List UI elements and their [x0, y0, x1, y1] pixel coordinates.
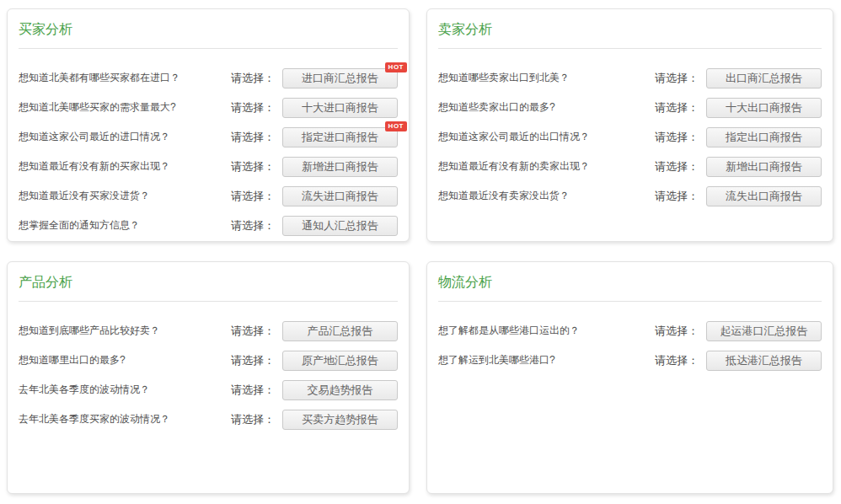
- report-button[interactable]: 起运港口汇总报告: [706, 321, 822, 341]
- report-button[interactable]: 原产地汇总报告: [282, 351, 398, 371]
- report-button[interactable]: 指定出口商报告: [706, 127, 822, 147]
- question-text: 想掌握全面的通知方信息？: [19, 218, 140, 233]
- report-button[interactable]: 指定进口商报告: [282, 127, 398, 147]
- question-text: 想知道到底哪些产品比较好卖？: [19, 324, 160, 338]
- report-button[interactable]: 进口商汇总报告: [282, 68, 398, 88]
- panel-product-analysis: 产品分析 想知道到底哪些产品比较好卖？ 请选择： 产品汇总报告 想知道哪里出口的…: [7, 261, 410, 494]
- report-button[interactable]: 抵达港汇总报告: [706, 351, 822, 371]
- question-text: 想知道最近有没有新的卖家出现？: [438, 159, 590, 174]
- question-text: 想知道些卖家出口的最多?: [438, 100, 555, 115]
- report-button[interactable]: 买卖方趋势报告: [282, 410, 398, 430]
- report-row: 想知道哪里出口的最多? 请选择： 原产地汇总报告: [19, 346, 398, 375]
- select-prompt-label: 请选择：: [655, 159, 699, 174]
- select-prompt-label: 请选择：: [655, 100, 699, 115]
- report-row: 想知道最近没有卖家没出货？ 请选择： 流失出口商报告: [438, 181, 822, 211]
- report-button[interactable]: 十大出口商报告: [706, 98, 822, 118]
- hot-badge: HOT: [385, 62, 407, 72]
- select-prompt-label: 请选择：: [231, 159, 275, 174]
- report-button-wrap: 原产地汇总报告: [282, 351, 398, 371]
- rows-container: 想知道北美都有哪些买家都在进口？ 请选择： 进口商汇总报告 HOT 想知道北美哪…: [19, 63, 398, 240]
- report-row: 去年北美各季度买家的波动情况？ 请选择： 买卖方趋势报告: [19, 405, 398, 434]
- report-row: 想知道北美都有哪些买家都在进口？ 请选择： 进口商汇总报告 HOT: [19, 63, 398, 93]
- panel-buyer-analysis: 买家分析 想知道北美都有哪些买家都在进口？ 请选择： 进口商汇总报告 HOT 想…: [7, 8, 410, 242]
- panel-title: 卖家分析: [438, 9, 822, 37]
- report-row: 想知道哪些卖家出口到北美？ 请选择： 出口商汇总报告: [438, 63, 822, 93]
- report-button-wrap: 买卖方趋势报告: [282, 410, 398, 430]
- panel-title: 产品分析: [19, 262, 398, 290]
- report-button-wrap: 抵达港汇总报告: [706, 351, 822, 371]
- report-button-wrap: 产品汇总报告: [282, 321, 398, 341]
- report-button-wrap: 出口商汇总报告: [706, 68, 822, 88]
- report-row: 去年北美各季度的波动情况？ 请选择： 交易趋势报告: [19, 375, 398, 405]
- report-button[interactable]: 出口商汇总报告: [706, 68, 822, 88]
- report-button[interactable]: 新增出口商报告: [706, 157, 822, 177]
- report-row: 想知道这家公司最近的进口情况？ 请选择： 指定进口商报告 HOT: [19, 122, 398, 152]
- report-row: 想知道最近有没有新的卖家出现？ 请选择： 新增出口商报告: [438, 152, 822, 181]
- question-text: 想知道最近没有卖家没出货？: [438, 189, 570, 203]
- report-button-wrap: 十大进口商报告: [282, 98, 398, 118]
- report-row: 想知道北美哪些买家的需求量最大? 请选择： 十大进口商报告: [19, 93, 398, 122]
- question-text: 去年北美各季度买家的波动情况？: [19, 412, 170, 426]
- report-button-wrap: 指定进口商报告 HOT: [282, 127, 398, 147]
- report-row: 想知道这家公司最近的出口情况？ 请选择： 指定出口商报告: [438, 122, 822, 152]
- report-row: 想掌握全面的通知方信息？ 请选择： 通知人汇总报告: [19, 211, 398, 240]
- report-button[interactable]: 十大进口商报告: [282, 98, 398, 118]
- select-prompt-label: 请选择：: [655, 353, 699, 368]
- report-button[interactable]: 流失出口商报告: [706, 186, 822, 206]
- report-button-wrap: 新增出口商报告: [706, 157, 822, 177]
- divider: [438, 301, 822, 302]
- select-prompt-label: 请选择：: [231, 383, 275, 398]
- report-button[interactable]: 新增进口商报告: [282, 157, 398, 177]
- report-row: 想知道最近有没有新的买家出现？ 请选择： 新增进口商报告: [19, 152, 398, 181]
- question-text: 想知道最近没有买家没进货？: [19, 189, 150, 203]
- divider: [19, 301, 398, 302]
- report-button[interactable]: 产品汇总报告: [282, 321, 398, 341]
- panel-title: 物流分析: [438, 262, 822, 290]
- report-row: 想知道最近没有买家没进货？ 请选择： 流失进口商报告: [19, 181, 398, 211]
- divider: [438, 48, 822, 49]
- question-text: 想知道北美哪些买家的需求量最大?: [19, 100, 176, 115]
- report-button-wrap: 新增进口商报告: [282, 157, 398, 177]
- report-row: 想知道些卖家出口的最多? 请选择： 十大出口商报告: [438, 93, 822, 122]
- select-prompt-label: 请选择：: [231, 71, 275, 86]
- select-prompt-label: 请选择：: [655, 130, 699, 145]
- report-button[interactable]: 交易趋势报告: [282, 380, 398, 400]
- report-row: 想知道到底哪些产品比较好卖？ 请选择： 产品汇总报告: [19, 316, 398, 346]
- question-text: 想知道哪里出口的最多?: [19, 353, 126, 367]
- question-text: 想了解运到北美哪些港口?: [438, 353, 555, 367]
- report-button-wrap: 交易趋势报告: [282, 380, 398, 400]
- report-selection-page: 买家分析 想知道北美都有哪些买家都在进口？ 请选择： 进口商汇总报告 HOT 想…: [0, 0, 841, 504]
- question-text: 想知道最近有没有新的买家出现？: [19, 159, 170, 174]
- select-prompt-label: 请选择：: [655, 71, 699, 86]
- report-button-wrap: 进口商汇总报告 HOT: [282, 68, 398, 88]
- panel-logistics-analysis: 物流分析 想了解都是从哪些港口运出的？ 请选择： 起运港口汇总报告 想了解运到北…: [426, 261, 833, 494]
- report-button-wrap: 流失出口商报告: [706, 186, 822, 206]
- select-prompt-label: 请选择：: [231, 100, 275, 115]
- question-text: 想了解都是从哪些港口运出的？: [438, 324, 580, 338]
- report-button[interactable]: 通知人汇总报告: [282, 216, 398, 236]
- report-row: 想了解都是从哪些港口运出的？ 请选择： 起运港口汇总报告: [438, 316, 822, 346]
- report-button-wrap: 通知人汇总报告: [282, 216, 398, 236]
- select-prompt-label: 请选择：: [231, 412, 275, 427]
- question-text: 去年北美各季度的波动情况？: [19, 383, 150, 397]
- question-text: 想知道北美都有哪些买家都在进口？: [19, 71, 180, 85]
- question-text: 想知道哪些卖家出口到北美？: [438, 71, 570, 85]
- report-button-wrap: 十大出口商报告: [706, 98, 822, 118]
- hot-badge: HOT: [385, 121, 407, 131]
- question-text: 想知道这家公司最近的出口情况？: [438, 130, 590, 144]
- panel-title: 买家分析: [19, 9, 398, 37]
- report-button-wrap: 指定出口商报告: [706, 127, 822, 147]
- panel-seller-analysis: 卖家分析 想知道哪些卖家出口到北美？ 请选择： 出口商汇总报告 想知道些卖家出口…: [426, 8, 833, 242]
- report-button[interactable]: 流失进口商报告: [282, 186, 398, 206]
- select-prompt-label: 请选择：: [231, 353, 275, 368]
- rows-container: 想知道哪些卖家出口到北美？ 请选择： 出口商汇总报告 想知道些卖家出口的最多? …: [438, 63, 822, 211]
- select-prompt-label: 请选择：: [655, 189, 699, 204]
- rows-container: 想知道到底哪些产品比较好卖？ 请选择： 产品汇总报告 想知道哪里出口的最多? 请…: [19, 316, 398, 434]
- select-prompt-label: 请选择：: [231, 130, 275, 145]
- select-prompt-label: 请选择：: [231, 189, 275, 204]
- divider: [19, 48, 398, 49]
- select-prompt-label: 请选择：: [655, 324, 699, 339]
- rows-container: 想了解都是从哪些港口运出的？ 请选择： 起运港口汇总报告 想了解运到北美哪些港口…: [438, 316, 822, 375]
- report-button-wrap: 起运港口汇总报告: [706, 321, 822, 341]
- report-row: 想了解运到北美哪些港口? 请选择： 抵达港汇总报告: [438, 346, 822, 375]
